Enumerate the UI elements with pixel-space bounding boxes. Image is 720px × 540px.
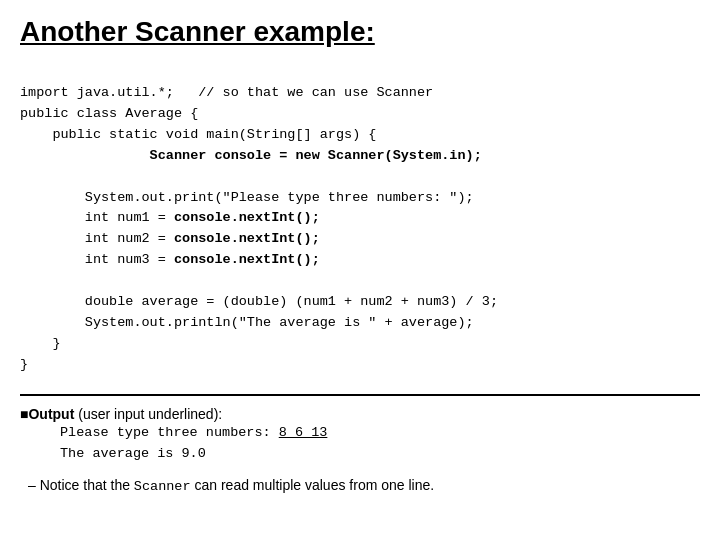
code-line-7: int num1 = console.nextInt(); [20,210,320,225]
code-line-2: public class Average { [20,106,198,121]
output-section: ■Output (user input underlined): Please … [20,406,700,465]
code-line-11: double average = (double) (num1 + num2 +… [20,294,498,309]
code-line-6: System.out.print("Please type three numb… [20,190,474,205]
section-divider [20,394,700,396]
code-scanner-init: Scanner console = new Scanner(System.in)… [85,148,482,163]
code-line-12: System.out.println("The average is " + a… [20,315,474,330]
code-line-9: int num3 = console.nextInt(); [20,252,320,267]
code-line-8: int num2 = console.nextInt(); [20,231,320,246]
page-title: Another Scanner example: [20,16,700,48]
output-prompt: Please type three numbers: [60,425,279,440]
notice-section: – Notice that the Scanner can read multi… [20,477,700,494]
code-nextint-3: console.nextInt(); [174,252,320,267]
output-user-input: 8 6 13 [279,425,328,440]
output-code-block: Please type three numbers: 8 6 13 The av… [60,422,700,465]
code-block: import java.util.*; // so that we can us… [20,62,700,376]
code-nextint-1: console.nextInt(); [174,210,320,225]
output-line-1: Please type three numbers: 8 6 13 [60,422,700,444]
code-nextint-2: console.nextInt(); [174,231,320,246]
code-line-3: public static void main(String[] args) { [20,127,376,142]
notice-dash: – [28,477,36,493]
notice-code-scanner: Scanner [134,479,191,494]
output-label-suffix: (user input underlined): [74,406,222,422]
code-line-1: import java.util.*; // so that we can us… [20,85,433,100]
code-line-13: } [20,336,61,351]
code-line-14: } [20,357,28,372]
output-label: Output [28,406,74,422]
code-blank-1 [20,169,28,184]
output-line-2: The average is 9.0 [60,443,700,465]
notice-text-before: Notice that the [40,477,134,493]
code-blank-2 [20,273,28,288]
code-line-4: Scanner console = new Scanner(System.in)… [20,148,482,163]
notice-text-after: can read multiple values from one line. [191,477,435,493]
